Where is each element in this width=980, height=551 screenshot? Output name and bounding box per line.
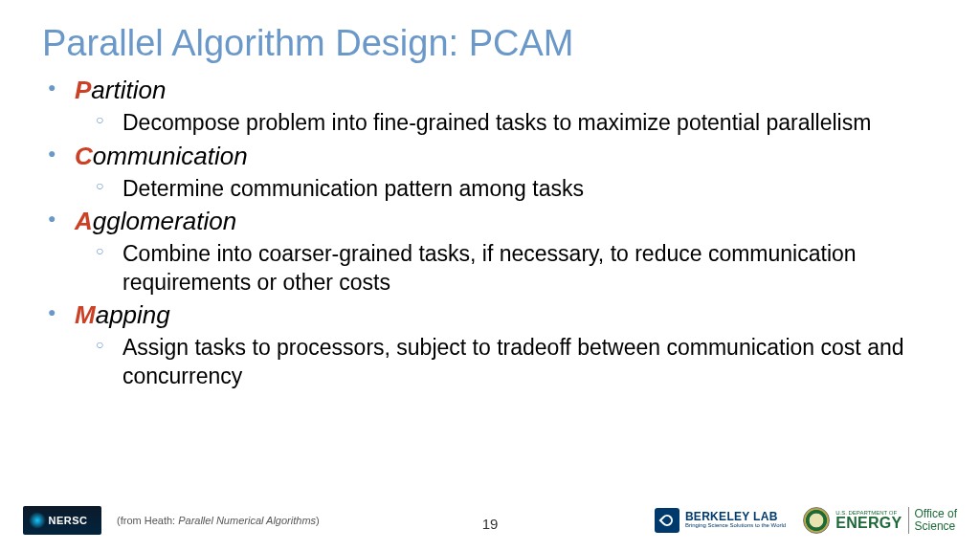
accent-letter: M [75,300,96,329]
heading-rest: apping [96,300,170,329]
accent-letter: P [75,76,91,104]
doe-energy: ENERGY [835,515,902,531]
office-of-science: Office of Science [915,508,957,533]
nersc-logo: NERSC [23,506,101,535]
berkeley-lab-icon [655,508,679,533]
attribution: (from Heath: Parallel Numerical Algorith… [117,515,320,526]
nersc-text: NERSC [48,515,87,526]
doe-text: U.S. DEPARTMENT OF ENERGY [835,510,902,531]
bl-name: BERKELEY LAB [685,511,786,522]
sub-item: Decompose problem into fine-grained task… [96,109,938,137]
sub-item: Determine communication pattern among ta… [96,175,938,203]
bullet-communication: Communication Determine communication pa… [42,140,938,204]
heading-rest: gglomeration [93,207,236,235]
sub-list: Assign tasks to processors, subject to t… [75,334,938,390]
bullet-agglomeration: Agglomeration Combine into coarser-grain… [42,205,938,297]
office-line2: Science [915,520,957,533]
sub-list: Decompose problem into fine-grained task… [75,109,938,137]
doe-logo: U.S. DEPARTMENT OF ENERGY Office of Scie… [803,507,957,534]
bullet-heading: Communication [75,140,938,173]
heading-rest: ommunication [93,142,248,170]
attrib-title: Parallel Numerical Algorithms [178,515,316,526]
footer: NERSC (from Heath: Parallel Numerical Al… [0,499,980,541]
slide: Parallel Algorithm Design: PCAM Partitio… [0,0,980,551]
heading-rest: artition [91,76,166,104]
slide-title: Parallel Algorithm Design: PCAM [42,23,938,64]
attrib-prefix: (from Heath: [117,515,178,526]
attrib-suffix: ) [316,515,320,526]
divider [908,507,909,534]
doe-seal-icon [803,507,830,534]
footer-left: NERSC (from Heath: Parallel Numerical Al… [23,506,320,535]
bl-tag: Bringing Science Solutions to the World [685,522,786,529]
accent-letter: A [75,207,93,235]
bullet-list: Partition Decompose problem into fine-gr… [42,74,938,390]
footer-right: BERKELEY LAB Bringing Science Solutions … [655,507,957,534]
accent-letter: C [75,142,93,170]
berkeley-lab-text: BERKELEY LAB Bringing Science Solutions … [685,511,786,529]
bullet-heading: Agglomeration [75,205,938,238]
sub-item: Assign tasks to processors, subject to t… [96,334,938,390]
bullet-heading: Mapping [75,298,938,332]
berkeley-lab-logo: BERKELEY LAB Bringing Science Solutions … [655,508,786,533]
bullet-heading: Partition [75,74,938,107]
bullet-mapping: Mapping Assign tasks to processors, subj… [42,298,938,390]
sub-list: Combine into coarser-grained tasks, if n… [75,240,938,297]
sub-list: Determine communication pattern among ta… [75,175,938,203]
sub-item: Combine into coarser-grained tasks, if n… [96,240,938,297]
bullet-partition: Partition Decompose problem into fine-gr… [42,74,938,138]
